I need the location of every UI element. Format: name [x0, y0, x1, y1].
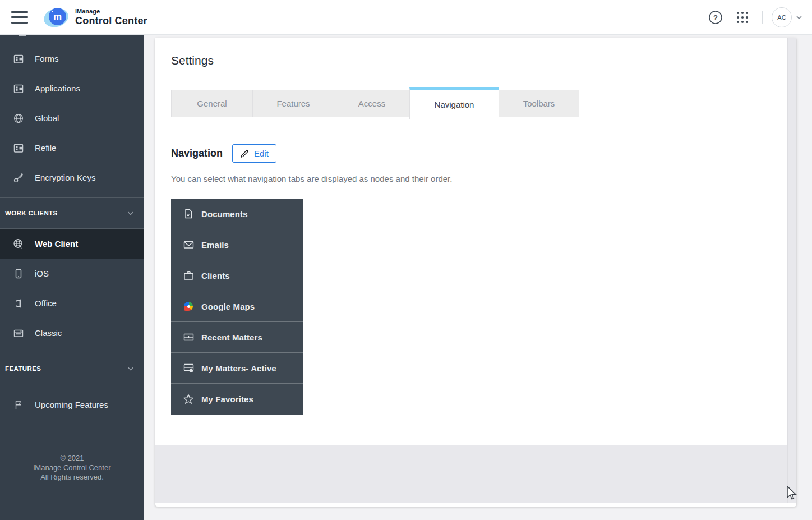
brand-name-small: iManage — [75, 8, 147, 15]
tab-access[interactable]: Access — [334, 90, 410, 117]
sidebar-item-applications[interactable]: Applications — [0, 73, 144, 103]
sidebar-section-features[interactable]: FEATURES — [0, 353, 144, 384]
section-label: FEATURES — [5, 365, 41, 372]
puzzle-icon — [12, 53, 25, 65]
matter-user-icon — [183, 363, 194, 373]
list-item-clients: Clients — [171, 260, 303, 291]
puzzle-icon — [12, 83, 25, 94]
section-description: You can select what navigation tabs are … — [171, 174, 787, 183]
phone-icon — [12, 268, 25, 279]
help-button[interactable]: ? — [706, 8, 725, 27]
sidebar-item-upcoming-features[interactable]: Upcoming Features — [0, 390, 144, 420]
flag-icon — [12, 399, 25, 411]
sidebar-item-global[interactable]: Global — [0, 103, 144, 133]
clipped-sidebar-item-icon — [19, 35, 26, 36]
vertical-scrollbar[interactable] — [787, 38, 796, 503]
sidebar-item-label: Global — [35, 113, 59, 123]
key-icon — [12, 172, 25, 183]
apps-grid-button[interactable] — [733, 8, 752, 27]
edit-button-label: Edit — [254, 149, 269, 158]
app-header: m iManage Control Center ? AC — [0, 0, 812, 35]
logo-letter: m — [53, 12, 62, 21]
tab-navigation[interactable]: Navigation — [409, 87, 499, 119]
sidebar-item-label: Forms — [35, 54, 59, 63]
sidebar-item-label: Encryption Keys — [35, 173, 95, 182]
tab-features[interactable]: Features — [252, 90, 334, 117]
settings-tab-strip: General Features Access Navigation Toolb… — [171, 88, 787, 117]
copyright-rights: All Rights reserved. — [0, 472, 144, 482]
sidebar-item-forms[interactable]: Forms — [0, 44, 144, 73]
sidebar-item-label: Applications — [35, 84, 80, 93]
list-item-label: My Favorites — [201, 394, 253, 404]
copyright-year: © 2021 — [0, 453, 144, 463]
header-divider — [762, 11, 763, 24]
sidebar-item-encryption-keys[interactable]: Encryption Keys — [0, 163, 144, 192]
office-icon — [12, 298, 25, 309]
list-item-my-matters-active: My Matters- Active — [171, 353, 303, 384]
list-item-label: Emails — [201, 240, 229, 250]
content-footer-area — [155, 445, 787, 503]
hamburger-menu-icon[interactable] — [11, 11, 28, 24]
list-item-label: Google Maps — [201, 302, 255, 311]
tab-toolbars[interactable]: Toolbars — [499, 90, 579, 117]
app-logo[interactable]: m iManage Control Center — [44, 6, 147, 29]
sidebar-item-label: Web Client — [35, 239, 78, 249]
help-icon: ? — [708, 10, 723, 25]
google-maps-icon — [183, 302, 194, 311]
list-item-emails: Emails — [171, 229, 303, 260]
list-item-label: Clients — [201, 271, 230, 280]
account-menu-chevron-icon[interactable] — [795, 13, 803, 21]
user-avatar[interactable]: AC — [772, 7, 792, 27]
imanage-logo-icon: m — [44, 6, 70, 29]
document-icon — [183, 208, 194, 219]
chevron-down-icon — [126, 209, 135, 218]
list-item-documents: Documents — [171, 199, 303, 229]
puzzle-icon — [12, 142, 25, 154]
sidebar-item-web-client[interactable]: Web Client — [0, 229, 144, 259]
section-heading: Navigation — [171, 148, 223, 159]
list-item-label: Recent Matters — [201, 333, 262, 342]
sidebar-item-label: Office — [35, 298, 57, 308]
sidebar-item-ios[interactable]: iOS — [0, 259, 144, 288]
sidebar-item-refile[interactable]: Refile — [0, 133, 144, 163]
list-item-label: Documents — [201, 209, 248, 219]
sidebar-section-work-clients[interactable]: WORK CLIENTS — [0, 197, 144, 229]
sidebar: Forms Applications Global Refile Encrypt — [0, 35, 144, 520]
sidebar-item-classic[interactable]: Classic — [0, 318, 144, 348]
sidebar-item-label: Upcoming Features — [35, 400, 108, 409]
sidebar-item-label: Refile — [35, 143, 56, 153]
sidebar-footer: © 2021 iManage Control Center All Rights… — [0, 453, 144, 482]
svg-text:?: ? — [713, 13, 718, 22]
email-icon — [183, 240, 194, 249]
sidebar-item-label: iOS — [35, 269, 49, 278]
section-label: WORK CLIENTS — [5, 210, 58, 217]
apps-grid-icon — [736, 11, 749, 24]
briefcase-icon — [183, 270, 194, 280]
window-icon — [12, 328, 25, 339]
sidebar-item-office[interactable]: Office — [0, 288, 144, 318]
list-item-recent-matters: Recent Matters — [171, 322, 303, 353]
list-item-label: My Matters- Active — [201, 363, 276, 373]
chevron-down-icon — [126, 364, 135, 373]
list-item-google-maps: Google Maps — [171, 291, 303, 322]
page-title: Settings — [155, 38, 787, 67]
copyright-name: iManage Control Center — [0, 463, 144, 472]
list-item-my-favorites: My Favorites — [171, 384, 303, 415]
pencil-icon — [240, 149, 250, 158]
globe-icon — [12, 113, 25, 124]
web-globe-icon — [12, 238, 25, 250]
navigation-order-list: Documents Emails Clients Google Maps — [171, 199, 303, 415]
brand-name: Control Center — [75, 16, 147, 26]
matter-icon — [183, 333, 194, 342]
star-icon — [183, 394, 194, 404]
edit-button[interactable]: Edit — [232, 144, 276, 163]
main-panel: Settings General Features Access Navigat… — [155, 38, 796, 507]
tab-general[interactable]: General — [171, 90, 253, 117]
sidebar-item-label: Classic — [35, 328, 62, 338]
